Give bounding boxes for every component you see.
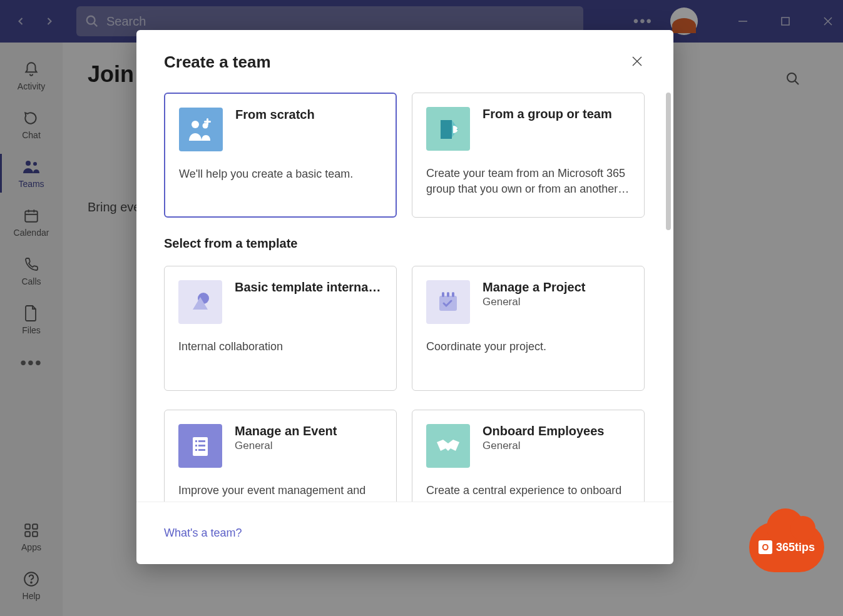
tips-badge[interactable]: O 365tips (749, 522, 824, 578)
create-team-modal: Create a team From scratch We'll help yo… (136, 30, 673, 564)
handshake-icon (426, 424, 470, 468)
close-icon[interactable] (628, 53, 646, 70)
card-desc: Coordinate your project. (426, 339, 630, 355)
card-title: From scratch (235, 108, 315, 122)
option-from-scratch[interactable]: From scratch We'll help you create a bas… (164, 93, 397, 218)
template-basic-internal[interactable]: Basic template internal… Internal collab… (164, 266, 397, 391)
template-manage-event[interactable]: Manage an Event General Improve your eve… (164, 410, 397, 502)
group-icon (426, 107, 470, 151)
svg-rect-25 (204, 121, 211, 123)
event-icon (178, 424, 222, 468)
svg-rect-32 (195, 440, 197, 442)
badge-text: 365tips (776, 541, 815, 554)
card-title: Manage an Event (235, 424, 337, 438)
card-desc: We'll help you create a basic team. (179, 166, 382, 182)
svg-rect-37 (198, 449, 205, 451)
option-from-group[interactable]: From a group or team Create your team fr… (412, 93, 645, 218)
svg-rect-33 (198, 440, 205, 442)
modal-title: Create a team (164, 53, 646, 72)
modal-scroll-area: From scratch We'll help you create a bas… (164, 93, 663, 502)
scrollbar[interactable] (666, 93, 671, 230)
svg-rect-28 (442, 292, 444, 297)
card-desc: Create your team from an Microsoft 365 g… (426, 166, 630, 197)
card-subtitle: General (235, 440, 337, 452)
svg-rect-29 (447, 292, 449, 297)
card-title: Basic template internal… (235, 280, 382, 295)
template-onboard-employees[interactable]: Onboard Employees General Create a centr… (412, 410, 645, 502)
card-title: Manage a Project (483, 280, 586, 295)
svg-rect-35 (198, 445, 205, 447)
office-icon: O (759, 540, 772, 554)
shapes-icon (178, 280, 222, 324)
svg-rect-30 (452, 292, 454, 297)
project-icon (426, 280, 470, 324)
card-desc: Internal collaboration (178, 339, 382, 355)
modal-footer: What's a team? (136, 502, 673, 564)
svg-point-22 (192, 121, 199, 128)
card-desc: Improve your event management and (178, 483, 382, 498)
card-subtitle: General (483, 296, 586, 308)
svg-rect-34 (195, 445, 197, 447)
scratch-icon (179, 108, 223, 151)
template-section-title: Select from a template (164, 236, 663, 251)
svg-rect-36 (195, 449, 197, 451)
whats-a-team-link[interactable]: What's a team? (164, 527, 242, 540)
card-subtitle: General (483, 440, 605, 452)
card-desc: Create a central experience to onboard (426, 483, 630, 498)
card-title: From a group or team (483, 107, 612, 121)
template-manage-project[interactable]: Manage a Project General Coordinate your… (412, 266, 645, 391)
card-title: Onboard Employees (483, 424, 605, 438)
